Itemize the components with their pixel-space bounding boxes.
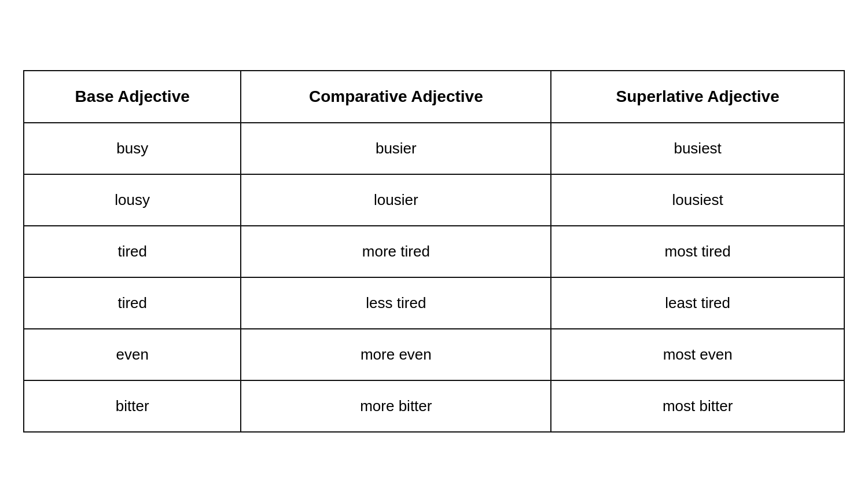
cell-r0-c0: busy [24,123,241,174]
cell-r3-c2: least tired [551,277,844,329]
table-row: tiredless tiredleast tired [24,277,844,329]
cell-r5-c0: bitter [24,380,241,432]
cell-r2-c2: most tired [551,226,844,277]
table-row: bittermore bittermost bitter [24,380,844,432]
table-row: busybusierbusiest [24,123,844,174]
table-header-row: Base Adjective Comparative Adjective Sup… [24,71,844,123]
cell-r0-c1: busier [241,123,551,174]
cell-r0-c2: busiest [551,123,844,174]
cell-r2-c1: more tired [241,226,551,277]
cell-r4-c1: more even [241,329,551,380]
adjective-table: Base Adjective Comparative Adjective Sup… [23,70,845,433]
cell-r4-c2: most even [551,329,844,380]
cell-r5-c2: most bitter [551,380,844,432]
col-header-base: Base Adjective [24,71,241,123]
cell-r5-c1: more bitter [241,380,551,432]
cell-r2-c0: tired [24,226,241,277]
col-header-superlative: Superlative Adjective [551,71,844,123]
adjective-table-container: Base Adjective Comparative Adjective Sup… [23,70,845,433]
table-row: lousylousierlousiest [24,174,844,226]
cell-r1-c0: lousy [24,174,241,226]
cell-r1-c1: lousier [241,174,551,226]
cell-r3-c1: less tired [241,277,551,329]
col-header-comparative: Comparative Adjective [241,71,551,123]
table-row: tiredmore tiredmost tired [24,226,844,277]
cell-r4-c0: even [24,329,241,380]
cell-r1-c2: lousiest [551,174,844,226]
cell-r3-c0: tired [24,277,241,329]
table-row: evenmore evenmost even [24,329,844,380]
